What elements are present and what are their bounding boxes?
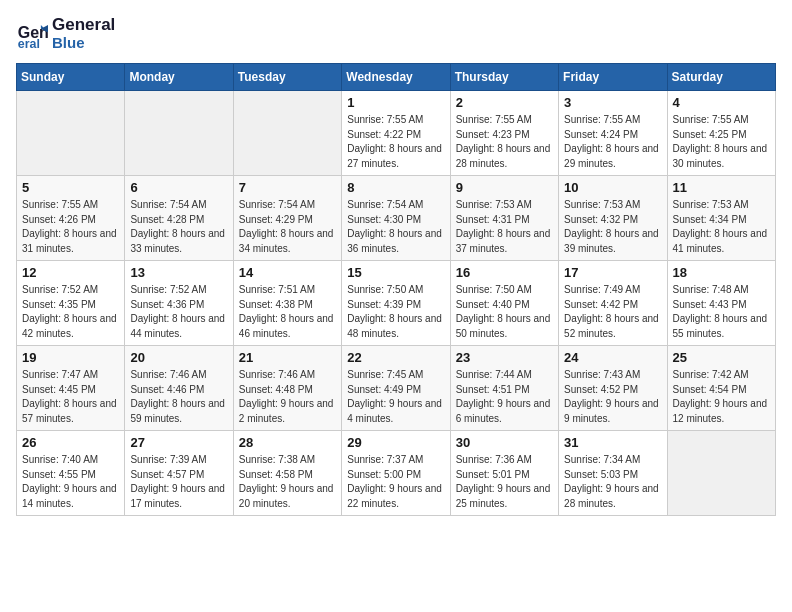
logo: Gen eral General Blue [16,16,115,51]
calendar-cell: 14Sunrise: 7:51 AM Sunset: 4:38 PM Dayli… [233,261,341,346]
day-number: 1 [347,95,444,110]
calendar-cell [667,431,775,516]
day-number: 4 [673,95,770,110]
calendar-week-row: 19Sunrise: 7:47 AM Sunset: 4:45 PM Dayli… [17,346,776,431]
day-number: 11 [673,180,770,195]
day-number: 23 [456,350,553,365]
cell-info: Sunrise: 7:48 AM Sunset: 4:43 PM Dayligh… [673,283,770,341]
day-number: 2 [456,95,553,110]
day-number: 14 [239,265,336,280]
calendar-cell: 10Sunrise: 7:53 AM Sunset: 4:32 PM Dayli… [559,176,667,261]
cell-info: Sunrise: 7:34 AM Sunset: 5:03 PM Dayligh… [564,453,661,511]
day-number: 15 [347,265,444,280]
day-number: 20 [130,350,227,365]
calendar-cell [125,91,233,176]
calendar-cell: 9Sunrise: 7:53 AM Sunset: 4:31 PM Daylig… [450,176,558,261]
calendar-cell [17,91,125,176]
day-number: 28 [239,435,336,450]
day-number: 13 [130,265,227,280]
calendar-week-row: 26Sunrise: 7:40 AM Sunset: 4:55 PM Dayli… [17,431,776,516]
cell-info: Sunrise: 7:37 AM Sunset: 5:00 PM Dayligh… [347,453,444,511]
weekday-header: Wednesday [342,64,450,91]
svg-text:eral: eral [18,37,40,50]
calendar-body: 1Sunrise: 7:55 AM Sunset: 4:22 PM Daylig… [17,91,776,516]
calendar-cell: 21Sunrise: 7:46 AM Sunset: 4:48 PM Dayli… [233,346,341,431]
cell-info: Sunrise: 7:39 AM Sunset: 4:57 PM Dayligh… [130,453,227,511]
calendar-week-row: 12Sunrise: 7:52 AM Sunset: 4:35 PM Dayli… [17,261,776,346]
calendar-cell: 30Sunrise: 7:36 AM Sunset: 5:01 PM Dayli… [450,431,558,516]
day-number: 5 [22,180,119,195]
cell-info: Sunrise: 7:55 AM Sunset: 4:25 PM Dayligh… [673,113,770,171]
cell-info: Sunrise: 7:44 AM Sunset: 4:51 PM Dayligh… [456,368,553,426]
cell-info: Sunrise: 7:51 AM Sunset: 4:38 PM Dayligh… [239,283,336,341]
cell-info: Sunrise: 7:53 AM Sunset: 4:32 PM Dayligh… [564,198,661,256]
weekday-header: Monday [125,64,233,91]
cell-info: Sunrise: 7:38 AM Sunset: 4:58 PM Dayligh… [239,453,336,511]
day-number: 21 [239,350,336,365]
calendar-cell: 25Sunrise: 7:42 AM Sunset: 4:54 PM Dayli… [667,346,775,431]
day-number: 30 [456,435,553,450]
cell-info: Sunrise: 7:55 AM Sunset: 4:23 PM Dayligh… [456,113,553,171]
cell-info: Sunrise: 7:55 AM Sunset: 4:24 PM Dayligh… [564,113,661,171]
calendar-cell: 27Sunrise: 7:39 AM Sunset: 4:57 PM Dayli… [125,431,233,516]
cell-info: Sunrise: 7:43 AM Sunset: 4:52 PM Dayligh… [564,368,661,426]
calendar-cell: 8Sunrise: 7:54 AM Sunset: 4:30 PM Daylig… [342,176,450,261]
calendar-cell: 17Sunrise: 7:49 AM Sunset: 4:42 PM Dayli… [559,261,667,346]
day-number: 22 [347,350,444,365]
day-number: 9 [456,180,553,195]
cell-info: Sunrise: 7:42 AM Sunset: 4:54 PM Dayligh… [673,368,770,426]
day-number: 12 [22,265,119,280]
day-number: 3 [564,95,661,110]
cell-info: Sunrise: 7:54 AM Sunset: 4:28 PM Dayligh… [130,198,227,256]
calendar-table: SundayMondayTuesdayWednesdayThursdayFrid… [16,63,776,516]
calendar-cell: 2Sunrise: 7:55 AM Sunset: 4:23 PM Daylig… [450,91,558,176]
calendar-cell [233,91,341,176]
cell-info: Sunrise: 7:40 AM Sunset: 4:55 PM Dayligh… [22,453,119,511]
calendar-cell: 15Sunrise: 7:50 AM Sunset: 4:39 PM Dayli… [342,261,450,346]
day-number: 27 [130,435,227,450]
cell-info: Sunrise: 7:47 AM Sunset: 4:45 PM Dayligh… [22,368,119,426]
cell-info: Sunrise: 7:54 AM Sunset: 4:29 PM Dayligh… [239,198,336,256]
cell-info: Sunrise: 7:53 AM Sunset: 4:34 PM Dayligh… [673,198,770,256]
logo-text-general: General [52,16,115,35]
cell-info: Sunrise: 7:36 AM Sunset: 5:01 PM Dayligh… [456,453,553,511]
day-number: 24 [564,350,661,365]
calendar-cell: 7Sunrise: 7:54 AM Sunset: 4:29 PM Daylig… [233,176,341,261]
day-number: 10 [564,180,661,195]
cell-info: Sunrise: 7:46 AM Sunset: 4:46 PM Dayligh… [130,368,227,426]
calendar-cell: 19Sunrise: 7:47 AM Sunset: 4:45 PM Dayli… [17,346,125,431]
calendar-cell: 26Sunrise: 7:40 AM Sunset: 4:55 PM Dayli… [17,431,125,516]
calendar-cell: 20Sunrise: 7:46 AM Sunset: 4:46 PM Dayli… [125,346,233,431]
logo-icon: Gen eral [16,18,48,50]
day-number: 7 [239,180,336,195]
weekday-header: Thursday [450,64,558,91]
calendar-cell: 11Sunrise: 7:53 AM Sunset: 4:34 PM Dayli… [667,176,775,261]
day-number: 31 [564,435,661,450]
day-number: 16 [456,265,553,280]
cell-info: Sunrise: 7:52 AM Sunset: 4:35 PM Dayligh… [22,283,119,341]
day-number: 25 [673,350,770,365]
cell-info: Sunrise: 7:50 AM Sunset: 4:39 PM Dayligh… [347,283,444,341]
cell-info: Sunrise: 7:49 AM Sunset: 4:42 PM Dayligh… [564,283,661,341]
calendar-cell: 13Sunrise: 7:52 AM Sunset: 4:36 PM Dayli… [125,261,233,346]
calendar-header-row: SundayMondayTuesdayWednesdayThursdayFrid… [17,64,776,91]
day-number: 6 [130,180,227,195]
calendar-cell: 5Sunrise: 7:55 AM Sunset: 4:26 PM Daylig… [17,176,125,261]
day-number: 19 [22,350,119,365]
calendar-cell: 3Sunrise: 7:55 AM Sunset: 4:24 PM Daylig… [559,91,667,176]
cell-info: Sunrise: 7:54 AM Sunset: 4:30 PM Dayligh… [347,198,444,256]
calendar-cell: 31Sunrise: 7:34 AM Sunset: 5:03 PM Dayli… [559,431,667,516]
weekday-header: Tuesday [233,64,341,91]
day-number: 8 [347,180,444,195]
page-header: Gen eral General Blue [16,16,776,51]
cell-info: Sunrise: 7:45 AM Sunset: 4:49 PM Dayligh… [347,368,444,426]
cell-info: Sunrise: 7:46 AM Sunset: 4:48 PM Dayligh… [239,368,336,426]
calendar-cell: 1Sunrise: 7:55 AM Sunset: 4:22 PM Daylig… [342,91,450,176]
calendar-cell: 23Sunrise: 7:44 AM Sunset: 4:51 PM Dayli… [450,346,558,431]
day-number: 26 [22,435,119,450]
calendar-cell: 28Sunrise: 7:38 AM Sunset: 4:58 PM Dayli… [233,431,341,516]
calendar-cell: 4Sunrise: 7:55 AM Sunset: 4:25 PM Daylig… [667,91,775,176]
cell-info: Sunrise: 7:55 AM Sunset: 4:26 PM Dayligh… [22,198,119,256]
logo-text-blue: Blue [52,35,115,52]
weekday-header: Saturday [667,64,775,91]
